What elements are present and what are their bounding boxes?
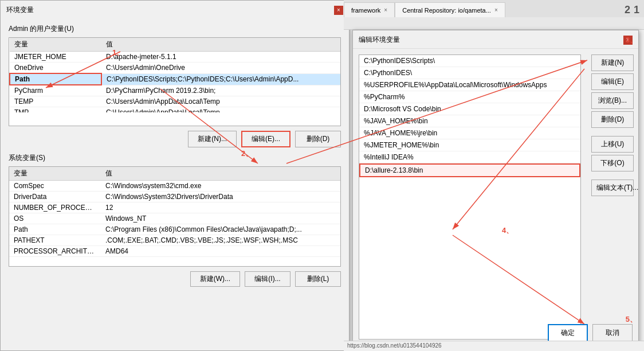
user-var-name: Path bbox=[10, 73, 101, 85]
system-btn-row: 新建(W)... 编辑(I)... 删除(L) bbox=[9, 271, 341, 287]
path-list-item[interactable]: C:\PythonIDES\Scripts\ bbox=[359, 55, 580, 67]
path-browse-btn[interactable]: 浏览(B)... bbox=[591, 92, 634, 109]
user-section-label: Admin 的用户变量(U) bbox=[9, 24, 341, 34]
user-table-row[interactable]: OneDriveC:\Users\Admin\OneDrive bbox=[10, 63, 340, 74]
user-var-name: TEMP bbox=[10, 96, 101, 107]
marker-5: 5、 bbox=[626, 314, 637, 325]
system-edit-btn[interactable]: 编辑(I)... bbox=[245, 271, 290, 287]
user-table-row[interactable]: JMETER_HOMED:\apache-jmeter-5.1.1 bbox=[10, 52, 340, 63]
system-col-var: 变量 bbox=[9, 167, 101, 181]
path-move-down-btn[interactable]: 下移(O) bbox=[591, 155, 634, 171]
system-delete-btn[interactable]: 删除(L) bbox=[295, 271, 341, 287]
system-table-row[interactable]: PATHEXT.COM;.EXE;.BAT;.CMD;.VBS;.VBE;.JS… bbox=[9, 235, 340, 246]
edit-dialog-titlebar: 编辑环境变量 × bbox=[353, 30, 638, 49]
system-var-name: ComSpec bbox=[9, 181, 101, 192]
path-list-item[interactable]: %JMETER_HOME%\bin bbox=[359, 139, 580, 151]
user-delete-btn[interactable]: 删除(D) bbox=[295, 131, 341, 147]
user-new-btn[interactable]: 新建(N)... bbox=[188, 131, 237, 147]
system-table-container: 变量 值 ComSpecC:\Windows\system32\cmd.exeD… bbox=[9, 166, 341, 267]
system-table-row[interactable]: ComSpecC:\Windows\system32\cmd.exe bbox=[9, 181, 340, 192]
system-var-name: NUMBER_OF_PROCESSORS bbox=[9, 202, 101, 213]
user-table-container: 变量 值 JMETER_HOMED:\apache-jmeter-5.1.1On… bbox=[9, 37, 341, 126]
user-var-value: C:\Users\Admin\AppData\Local\Temp bbox=[101, 107, 340, 113]
marker-3: 3、 bbox=[626, 35, 637, 45]
path-list-item[interactable]: %JAVA_HOME%\bin bbox=[359, 115, 580, 127]
user-var-name: TMP bbox=[10, 107, 101, 113]
edit-buttons-panel: 新建(N) 编辑(E) 浏览(B)... 删除(D) 上移(U) 下移(O) 编… bbox=[587, 49, 638, 345]
edit-dialog: 编辑环境变量 × C:\PythonIDES\Scripts\C:\Python… bbox=[352, 30, 639, 348]
tab-bar: framework × Central Repository: io/qamet… bbox=[344, 0, 644, 17]
edit-dialog-body: C:\PythonIDES\Scripts\C:\PythonIDES\%USE… bbox=[353, 49, 638, 345]
system-var-value: AMD64 bbox=[101, 246, 340, 257]
browser-area: framework × Central Repository: io/qamet… bbox=[344, 0, 644, 30]
system-var-table: 变量 值 ComSpecC:\Windows\system32\cmd.exeD… bbox=[9, 167, 340, 257]
path-list-item[interactable]: C:\PythonIDES\ bbox=[359, 67, 580, 79]
env-dialog-body: Admin 的用户变量(U) 变量 值 JMETER_HOMED:\apache… bbox=[1, 18, 349, 298]
path-edit-text-btn[interactable]: 编辑文本(T)... bbox=[591, 180, 634, 196]
tab-framework-close[interactable]: × bbox=[384, 7, 387, 13]
system-var-name: PROCESSOR_ARCHITECT... bbox=[9, 246, 101, 257]
path-list-item[interactable]: D:\allure-2.13.8\bin bbox=[359, 163, 580, 177]
num-2: 2 bbox=[625, 4, 630, 16]
edit-dialog-title: 编辑环境变量 bbox=[359, 35, 400, 45]
system-table-row[interactable]: PROCESSOR_ARCHITECT...AMD64 bbox=[9, 246, 340, 257]
system-var-value: Windows_NT bbox=[101, 213, 340, 224]
user-var-name: PyCharm bbox=[10, 85, 101, 96]
edit-dialog-cancel-btn[interactable]: 取消 bbox=[592, 324, 633, 342]
env-dialog-close[interactable]: × bbox=[334, 6, 343, 15]
tab-spacer bbox=[505, 2, 620, 17]
system-var-name: Path bbox=[9, 224, 101, 235]
env-dialog: 环境变量 × Admin 的用户变量(U) 变量 值 JMETER_HOMED:… bbox=[0, 0, 350, 351]
tab-central-repo-close[interactable]: × bbox=[494, 7, 498, 13]
system-var-value: C:\Windows\system32\cmd.exe bbox=[101, 181, 340, 192]
user-var-value: D:\PyCharm\PyCharm 2019.2.3\bin; bbox=[101, 85, 340, 96]
system-var-value: .COM;.EXE;.BAT;.CMD;.VBS;.VBE;.JS;.JSE;.… bbox=[101, 235, 340, 246]
path-list-item[interactable]: %PyCharm% bbox=[359, 91, 580, 103]
tab-central-repo[interactable]: Central Repository: io/qameta... × bbox=[395, 2, 505, 17]
user-table-row[interactable]: PathC:\PythonIDES\Scripts;C:\PythonIDES;… bbox=[10, 73, 340, 85]
system-var-name: DriverData bbox=[9, 192, 101, 202]
path-list-item[interactable]: %USERPROFILE%\AppData\Local\Microsoft\Wi… bbox=[359, 79, 580, 91]
system-table-row[interactable]: PathC:\Program Files (x86)\Common Files\… bbox=[9, 224, 340, 235]
url-bar: https://blog.csdn.net/u013544104926 bbox=[344, 341, 644, 351]
system-var-name: PATHEXT bbox=[9, 235, 101, 246]
user-var-name: OneDrive bbox=[10, 63, 101, 74]
user-col-var: 变量 bbox=[10, 38, 101, 52]
user-table-scroll[interactable]: 变量 值 JMETER_HOMED:\apache-jmeter-5.1.1On… bbox=[9, 38, 340, 112]
system-col-val: 值 bbox=[101, 167, 340, 181]
user-btn-row: 新建(N)... 编辑(E)... 删除(D) bbox=[9, 131, 341, 147]
user-col-val: 值 bbox=[101, 38, 340, 52]
path-list-item[interactable]: D:\Microsoft VS Code\bin bbox=[359, 103, 580, 115]
path-list-item[interactable]: %IntelliJ IDEA% bbox=[359, 151, 580, 163]
system-table-scroll[interactable]: 变量 值 ComSpecC:\Windows\system32\cmd.exeD… bbox=[9, 167, 340, 267]
path-move-up-btn[interactable]: 上移(U) bbox=[591, 136, 634, 153]
system-var-value: C:\Program Files (x86)\Common Files\Orac… bbox=[101, 224, 340, 235]
user-var-value: C:\Users\Admin\AppData\Local\Temp bbox=[101, 96, 340, 107]
path-new-btn[interactable]: 新建(N) bbox=[591, 54, 634, 71]
tab-framework[interactable]: framework × bbox=[344, 2, 395, 17]
edit-dialog-ok-btn[interactable]: 确定 bbox=[548, 324, 588, 342]
marker-4: 4、 bbox=[502, 225, 513, 236]
system-table-row[interactable]: OSWindows_NT bbox=[9, 213, 340, 224]
env-dialog-titlebar: 环境变量 × bbox=[1, 1, 349, 18]
path-delete-btn[interactable]: 删除(D) bbox=[591, 111, 634, 128]
user-var-table: 变量 值 JMETER_HOMED:\apache-jmeter-5.1.1On… bbox=[9, 38, 340, 112]
path-edit-btn[interactable]: 编辑(E) bbox=[591, 73, 634, 90]
path-list-item[interactable]: %JAVA_HOME%\jre\bin bbox=[359, 127, 580, 139]
marker-2: 2、 bbox=[241, 149, 253, 159]
user-edit-btn[interactable]: 编辑(E)... bbox=[241, 131, 290, 147]
user-table-row[interactable]: TMPC:\Users\Admin\AppData\Local\Temp bbox=[10, 107, 340, 113]
user-var-value: C:\Users\Admin\OneDrive bbox=[101, 63, 340, 74]
user-table-row[interactable]: PyCharmD:\PyCharm\PyCharm 2019.2.3\bin; bbox=[10, 85, 340, 96]
system-var-value: 12 bbox=[101, 202, 340, 213]
user-table-row[interactable]: TEMPC:\Users\Admin\AppData\Local\Temp bbox=[10, 96, 340, 107]
system-new-btn[interactable]: 新建(W)... bbox=[190, 271, 240, 287]
system-table-row[interactable]: DriverDataC:\Windows\System32\Drivers\Dr… bbox=[9, 192, 340, 202]
marker-1: 1、 bbox=[112, 48, 124, 58]
system-table-row[interactable]: NUMBER_OF_PROCESSORS12 bbox=[9, 202, 340, 213]
path-list-container[interactable]: C:\PythonIDES\Scripts\C:\PythonIDES\%USE… bbox=[359, 54, 581, 340]
system-section-label: 系统变量(S) bbox=[9, 153, 341, 163]
user-var-value: C:\PythonIDES\Scripts;C:\PythonIDES;C:\U… bbox=[101, 73, 340, 85]
url-text: https://blog.csdn.net/u013544104926 bbox=[347, 342, 442, 349]
num-1: 1 bbox=[634, 4, 639, 16]
